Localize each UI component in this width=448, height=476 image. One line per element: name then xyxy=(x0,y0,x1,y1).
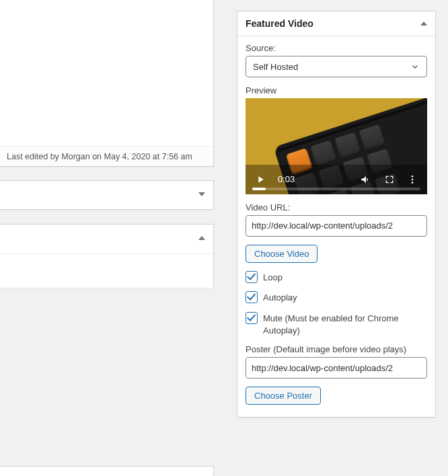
featured-video-panel-header[interactable]: Featured Video xyxy=(237,11,435,36)
chevron-up-icon xyxy=(198,236,205,240)
fullscreen-icon[interactable] xyxy=(384,174,395,185)
source-select[interactable]: Self Hosted xyxy=(246,56,427,77)
video-url-input[interactable] xyxy=(246,215,427,237)
bottom-metabox xyxy=(0,466,214,476)
poster-field: Poster (Default image before video plays… xyxy=(246,344,427,379)
choose-poster-button[interactable]: Choose Poster xyxy=(246,387,321,405)
source-field: Source: Self Hosted xyxy=(246,43,427,77)
more-icon[interactable] xyxy=(407,174,418,185)
featured-video-panel: Featured Video Source: Self Hosted Previ… xyxy=(237,11,436,418)
svg-point-0 xyxy=(412,175,414,177)
loop-checkbox[interactable] xyxy=(246,271,258,283)
video-preview[interactable]: 0:03 xyxy=(246,98,427,194)
chevron-up-icon xyxy=(420,22,427,26)
choose-video-button[interactable]: Choose Video xyxy=(246,245,318,263)
source-select-value: Self Hosted xyxy=(253,62,298,72)
svg-point-1 xyxy=(412,179,414,181)
choose-video-field: Choose Video xyxy=(246,245,427,263)
editor-card: Last edited by Morgan on May 4, 2020 at … xyxy=(0,0,214,167)
last-edited-footer: Last edited by Morgan on May 4, 2020 at … xyxy=(0,146,213,166)
preview-label: Preview xyxy=(246,85,427,95)
panel-title: Featured Video xyxy=(246,18,313,29)
video-url-field: Video URL: xyxy=(246,202,427,237)
video-time: 0:03 xyxy=(278,174,295,184)
chevron-down-icon xyxy=(410,62,420,71)
autoplay-label: Autoplay xyxy=(263,291,297,304)
autoplay-checkbox[interactable] xyxy=(246,291,258,303)
autoplay-row: Autoplay xyxy=(246,291,427,304)
collapsed-metabox-1[interactable] xyxy=(0,180,214,210)
expanded-metabox-header[interactable] xyxy=(0,225,213,254)
play-icon[interactable] xyxy=(255,174,266,185)
expanded-metabox xyxy=(0,224,214,288)
last-edited-text: Last edited by Morgan on May 4, 2020 at … xyxy=(7,152,192,161)
choose-poster-field: Choose Poster xyxy=(246,387,427,405)
video-url-label: Video URL: xyxy=(246,202,427,212)
loop-label: Loop xyxy=(263,271,283,284)
svg-point-2 xyxy=(412,182,414,184)
loop-row: Loop xyxy=(246,271,427,284)
chevron-down-icon xyxy=(198,192,205,196)
video-progress[interactable] xyxy=(252,188,420,190)
poster-input[interactable] xyxy=(246,357,427,379)
volume-icon[interactable] xyxy=(360,173,372,186)
poster-label: Poster (Default image before video plays… xyxy=(246,344,427,354)
featured-video-panel-body: Source: Self Hosted Preview xyxy=(237,36,435,417)
source-label: Source: xyxy=(246,43,427,53)
mute-row: Mute (Must be enabled for Chrome Autopla… xyxy=(246,312,427,336)
mute-checkbox[interactable] xyxy=(246,312,258,324)
preview-field: Preview xyxy=(246,85,427,194)
mute-label: Mute (Must be enabled for Chrome Autopla… xyxy=(263,312,427,336)
left-column: Last edited by Morgan on May 4, 2020 at … xyxy=(0,0,217,476)
